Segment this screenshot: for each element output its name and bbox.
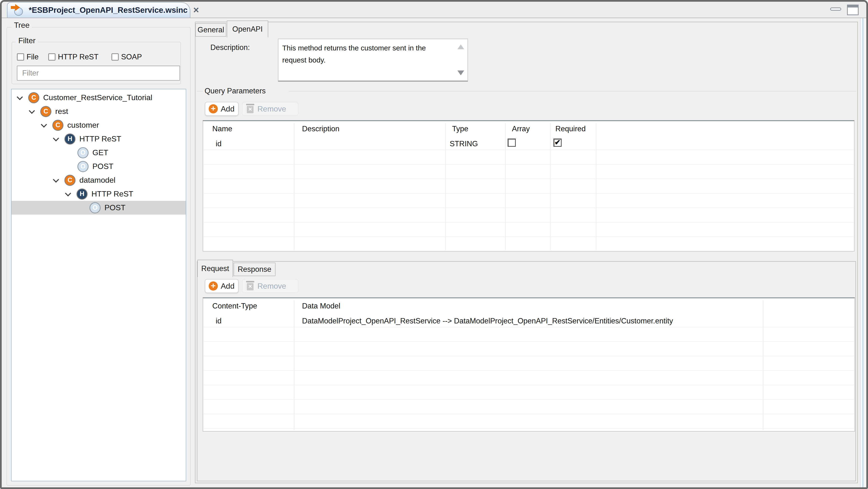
application-window: *ESBProject_OpenAPI_RestService.wsinc Tr… (0, 0, 868, 489)
rr-row-data-model[interactable]: DataModelProject_OpenAPI_RestService -->… (302, 317, 673, 325)
orange-arrow-icon (11, 6, 15, 9)
operation-icon: O (78, 161, 89, 172)
editor-tab-strip: *ESBProject_OpenAPI_RestService.wsinc (2, 2, 866, 18)
tree-item-customer-restservice-tutorial[interactable]: CCustomer_RestService_Tutorial (11, 91, 186, 104)
component-icon: C (28, 92, 39, 103)
tree-item-label: GET (92, 148, 108, 157)
soap-checkbox[interactable] (112, 53, 119, 61)
tab-general-label: General (197, 26, 224, 34)
chevron-down-icon[interactable] (53, 177, 59, 182)
trash-icon (247, 283, 253, 291)
qp-remove-label: Remove (257, 104, 286, 114)
qp-add-button[interactable]: Add (205, 102, 239, 116)
file-checkbox[interactable] (17, 53, 24, 61)
filter-checkbox-file[interactable]: File (17, 53, 39, 61)
tree-item-post[interactable]: OPOST (11, 159, 186, 173)
rr-remove-label: Remove (257, 282, 286, 291)
scroll-up-icon[interactable] (457, 44, 464, 49)
filter-checkbox-soap[interactable]: SOAP (112, 53, 142, 61)
tab-response-label: Response (238, 265, 271, 274)
tab-general[interactable]: General (195, 23, 226, 37)
tab-strip-divider (2, 18, 866, 18)
qp-array-checkbox[interactable] (507, 139, 516, 147)
trash-icon (247, 106, 253, 113)
query-parameters-label: Query Parameters (205, 87, 266, 95)
vertical-scrollbar[interactable] (860, 18, 866, 487)
soap-checkbox-label: SOAP (121, 53, 142, 61)
tree-item-http-rest[interactable]: HHTTP ReST (11, 132, 186, 146)
qp-remove-button[interactable]: Remove (242, 102, 299, 116)
rr-col-content-type: Content-Type (212, 302, 257, 310)
tree-item-get[interactable]: OGET (11, 146, 186, 159)
tree-item-label: POST (92, 162, 113, 171)
qp-col-array: Array (512, 125, 530, 133)
tree-item-rest[interactable]: Crest (11, 104, 186, 118)
component-icon: C (40, 106, 51, 117)
rr-add-button[interactable]: Add (205, 279, 239, 293)
rr-row-content-type[interactable]: id (216, 317, 221, 325)
scroll-down-icon[interactable] (457, 70, 464, 75)
qp-row-type[interactable]: STRING (450, 140, 478, 148)
rest-service-file-icon (11, 4, 25, 16)
query-parameters-table[interactable]: Name Description Type Array Required id … (203, 120, 855, 251)
add-plus-icon (209, 104, 218, 114)
tree-item-label: HTTP ReST (80, 134, 121, 143)
tab-openapi[interactable]: OpenAPI (227, 21, 268, 37)
tree-group-label: Tree (11, 21, 32, 29)
http-rest-checkbox-label: HTTP ReST (58, 53, 98, 61)
tree-item-http-rest[interactable]: HHTTP ReST (11, 187, 186, 201)
close-icon[interactable] (193, 6, 199, 14)
qp-add-label: Add (221, 104, 235, 114)
operation-icon: O (90, 202, 101, 213)
description-text: This method returns the customer sent in… (282, 42, 434, 66)
http-rest-icon: H (64, 133, 75, 145)
empty-rows-grid (204, 150, 854, 250)
tree-item-label: customer (67, 121, 99, 130)
tree-item-customer[interactable]: Ccustomer (11, 118, 186, 132)
tab-openapi-label: OpenAPI (232, 25, 263, 34)
maximize-icon[interactable] (847, 5, 859, 15)
component-icon: C (52, 120, 63, 131)
qp-col-required: Required (555, 125, 586, 133)
tree-item-label: HTTP ReST (91, 189, 133, 198)
filter-checkbox-http-rest[interactable]: HTTP ReST (48, 53, 98, 61)
empty-rows-grid (204, 327, 854, 431)
description-textarea[interactable]: This method returns the customer sent in… (278, 39, 468, 82)
editor-tab-title: *ESBProject_OpenAPI_RestService.wsinc (29, 5, 187, 15)
rr-remove-button[interactable]: Remove (242, 279, 299, 293)
http-rest-icon: H (76, 188, 88, 200)
operation-icon: O (78, 147, 89, 158)
tab-request-label: Request (201, 264, 229, 273)
chevron-down-icon[interactable] (41, 121, 47, 127)
minimize-icon[interactable] (830, 7, 841, 11)
filter-input[interactable]: Filter (17, 66, 180, 81)
tree-item-label: Customer_RestService_Tutorial (43, 93, 152, 102)
qp-col-name: Name (212, 125, 232, 133)
tree-item-label: POST (104, 203, 125, 212)
tree-item-post[interactable]: OPOST (11, 201, 186, 215)
service-tree: CCustomer_RestService_TutorialCrestCcust… (11, 89, 186, 481)
filter-group-label: Filter (16, 36, 38, 45)
tree-item-label: datamodel (80, 176, 115, 185)
qp-col-type: Type (452, 125, 468, 133)
http-rest-checkbox[interactable] (48, 53, 56, 61)
chevron-down-icon[interactable] (65, 190, 71, 196)
rr-col-data-model: Data Model (302, 302, 340, 310)
qp-required-checkbox[interactable] (553, 139, 562, 147)
component-icon: C (64, 175, 75, 186)
file-checkbox-label: File (27, 53, 39, 61)
editor-tab[interactable]: *ESBProject_OpenAPI_RestService.wsinc (7, 2, 190, 18)
tree-item-label: rest (55, 107, 68, 116)
qp-col-description: Description (302, 125, 339, 133)
add-plus-icon (209, 281, 218, 291)
request-table[interactable]: Content-Type Data Model id DataModelProj… (203, 297, 855, 432)
tab-response[interactable]: Response (234, 263, 276, 276)
chevron-down-icon[interactable] (29, 108, 35, 114)
tab-request[interactable]: Request (197, 260, 233, 277)
description-label: Description: (210, 43, 250, 52)
tree-item-datamodel[interactable]: Cdatamodel (11, 173, 186, 187)
rr-add-label: Add (221, 282, 235, 291)
chevron-down-icon[interactable] (17, 94, 23, 100)
qp-row-name[interactable]: id (216, 140, 221, 148)
chevron-down-icon[interactable] (53, 135, 59, 141)
